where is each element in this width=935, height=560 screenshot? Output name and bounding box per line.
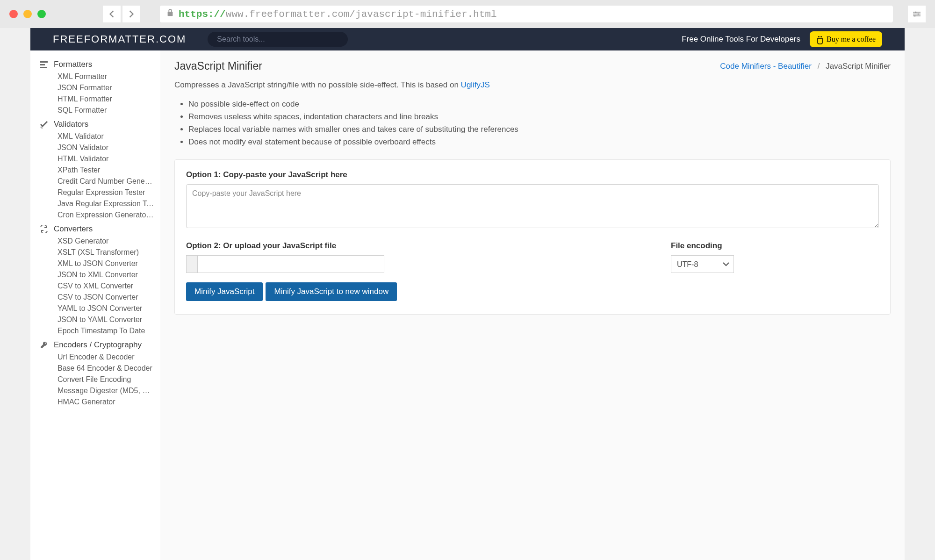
main-content: JavaScript Minifier Code Minifiers - Bea… xyxy=(160,50,905,560)
sidebar-item[interactable]: HTML Validator xyxy=(58,153,160,165)
sidebar-item[interactable]: YAML to JSON Converter xyxy=(58,303,160,314)
coffee-cup-icon xyxy=(816,35,824,43)
sidebar-item[interactable]: Base 64 Encoder & Decoder xyxy=(58,363,160,374)
traffic-lights xyxy=(9,10,46,18)
form-card: Option 1: Copy-paste your JavaScript her… xyxy=(174,159,891,315)
sidebar-item[interactable]: XPath Tester xyxy=(58,165,160,176)
breadcrumb-current: JavaScript Minifier xyxy=(826,62,891,71)
svg-point-2 xyxy=(914,15,916,17)
sidebar-item[interactable]: XML Validator xyxy=(58,131,160,142)
page-title: JavaScript Minifier xyxy=(174,60,262,72)
breadcrumb-parent-link[interactable]: Code Minifiers - Beautifier xyxy=(720,62,812,71)
sidebar-item[interactable]: CSV to XML Converter xyxy=(58,280,160,292)
svg-rect-4 xyxy=(40,64,45,65)
url-protocol: https:// xyxy=(179,9,226,20)
check-icon xyxy=(40,120,48,129)
minify-new-window-button[interactable]: Minify JavaScript to new window xyxy=(266,282,397,301)
lock-icon xyxy=(166,8,174,20)
buy-coffee-button[interactable]: Buy me a coffee xyxy=(810,31,882,47)
sidebar-item[interactable]: JSON to XML Converter xyxy=(58,269,160,280)
url-path: www.freeformatter.com/javascript-minifie… xyxy=(226,9,497,20)
svg-point-0 xyxy=(915,12,917,13)
svg-point-1 xyxy=(918,14,919,15)
feature-item: Replaces local variable names with small… xyxy=(188,123,891,136)
chevron-left-icon xyxy=(109,10,115,18)
sidebar-item[interactable]: Java Regular Expression Tester xyxy=(58,198,160,209)
site-logo[interactable]: FREEFORMATTER.COM xyxy=(53,33,186,45)
key-icon xyxy=(40,341,48,349)
sidebar-item[interactable]: Regular Expression Tester xyxy=(58,187,160,198)
sidebar-item[interactable]: SQL Formatter xyxy=(58,105,160,116)
svg-rect-3 xyxy=(40,61,48,63)
address-bar[interactable]: https://www.freeformatter.com/javascript… xyxy=(160,6,893,22)
javascript-input-textarea[interactable] xyxy=(186,184,879,228)
feature-item: Removes useless white spaces, indentatio… xyxy=(188,110,891,123)
sliders-icon xyxy=(913,10,921,18)
sidebar-item[interactable]: XML Formatter xyxy=(58,71,160,82)
sidebar-item[interactable]: Url Encoder & Decoder xyxy=(58,352,160,363)
nav-tagline: Free Online Tools For Developers xyxy=(682,35,800,44)
svg-point-6 xyxy=(45,343,46,344)
sidebar-item[interactable]: XSLT (XSL Transformer) xyxy=(58,247,160,258)
sidebar-item[interactable]: JSON to YAML Converter xyxy=(58,314,160,325)
sidebar-section-label: Formatters xyxy=(54,60,92,69)
browser-forward-button[interactable] xyxy=(122,6,140,22)
sidebar-item[interactable]: JSON Formatter xyxy=(58,82,160,93)
window-minimize-button[interactable] xyxy=(23,10,32,18)
file-upload-input[interactable] xyxy=(186,255,654,273)
search-input[interactable] xyxy=(217,35,338,43)
window-maximize-button[interactable] xyxy=(37,10,46,18)
description-text: Compresses a JavaScript string/file with… xyxy=(174,80,461,89)
minify-button[interactable]: Minify JavaScript xyxy=(186,282,263,301)
sidebar-section-label: Converters xyxy=(54,224,93,234)
sidebar: FormattersXML FormatterJSON FormatterHTM… xyxy=(30,50,160,560)
svg-rect-5 xyxy=(40,67,47,68)
sidebar-section-validators[interactable]: Validators xyxy=(30,118,160,131)
breadcrumb-separator: / xyxy=(818,62,820,71)
file-path-field[interactable] xyxy=(197,255,384,273)
sidebar-item[interactable]: CSV to JSON Converter xyxy=(58,292,160,303)
breadcrumb: Code Minifiers - Beautifier / JavaScript… xyxy=(720,62,891,71)
top-nav: FREEFORMATTER.COM Free Online Tools For … xyxy=(30,28,905,50)
sidebar-item[interactable]: JSON Validator xyxy=(58,142,160,153)
chevron-right-icon xyxy=(129,10,134,18)
sidebar-section-label: Encoders / Cryptography xyxy=(54,340,142,350)
feature-item: Does not modify eval statement because o… xyxy=(188,136,891,148)
feature-item: No possible side-effect on code xyxy=(188,98,891,110)
sidebar-item[interactable]: Message Digester (MD5, SHA-256, ... xyxy=(58,385,160,396)
sidebar-section-label: Validators xyxy=(54,120,88,129)
encoding-select[interactable]: UTF-8 xyxy=(671,255,734,273)
sidebar-item[interactable]: HMAC Generator xyxy=(58,396,160,408)
format-icon xyxy=(40,60,48,69)
option2-label: Option 2: Or upload your JavaScript file xyxy=(186,241,654,251)
browser-settings-button[interactable] xyxy=(908,6,926,22)
option1-label: Option 1: Copy-paste your JavaScript her… xyxy=(186,170,879,179)
sidebar-item[interactable]: HTML Formatter xyxy=(58,93,160,105)
refresh-icon xyxy=(40,225,48,233)
sidebar-item[interactable]: Epoch Timestamp To Date xyxy=(58,325,160,337)
browser-chrome: https://www.freeformatter.com/javascript… xyxy=(0,0,935,28)
browser-back-button[interactable] xyxy=(103,6,121,22)
coffee-button-label: Buy me a coffee xyxy=(827,35,876,43)
window-close-button[interactable] xyxy=(9,10,18,18)
sidebar-section-converters[interactable]: Converters xyxy=(30,223,160,236)
sidebar-item[interactable]: Credit Card Number Generator & V... xyxy=(58,176,160,187)
sidebar-item[interactable]: XML to JSON Converter xyxy=(58,258,160,269)
uglifyjs-link[interactable]: UglifyJS xyxy=(461,80,490,89)
encoding-label: File encoding xyxy=(671,241,734,251)
search-box[interactable] xyxy=(208,32,348,47)
feature-list: No possible side-effect on codeRemoves u… xyxy=(188,98,891,149)
page-description: Compresses a JavaScript string/file with… xyxy=(174,79,891,91)
file-browse-button[interactable] xyxy=(186,255,197,273)
sidebar-item[interactable]: Cron Expression Generator (Quartz) xyxy=(58,209,160,221)
sidebar-section-formatters[interactable]: Formatters xyxy=(30,58,160,71)
sidebar-item[interactable]: XSD Generator xyxy=(58,236,160,247)
sidebar-item[interactable]: Convert File Encoding xyxy=(58,374,160,385)
sidebar-section-encoders-cryptography[interactable]: Encoders / Cryptography xyxy=(30,338,160,352)
